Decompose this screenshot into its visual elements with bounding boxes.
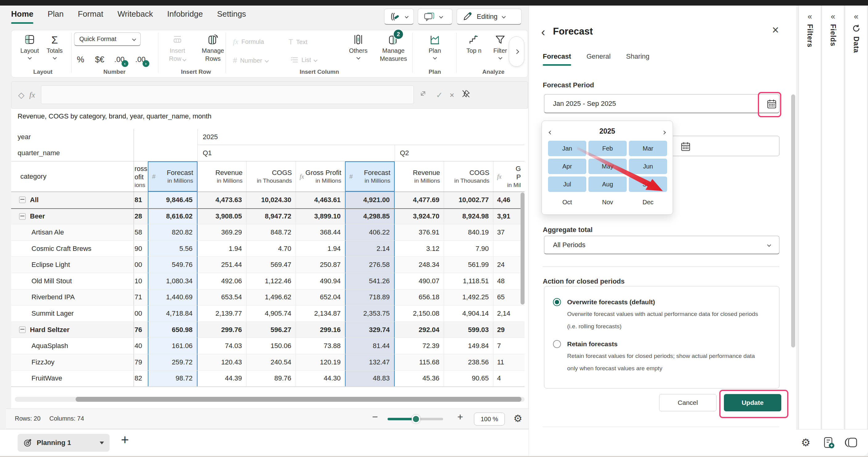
cell[interactable]: 1,496.62	[246, 290, 296, 305]
sheet-tab-planning-1[interactable]: Planning 1	[18, 434, 110, 452]
month-cell-jul[interactable]: Jul	[548, 177, 586, 192]
cell[interactable]: 28	[134, 209, 148, 224]
month-cell-jan[interactable]: Jan	[548, 141, 586, 156]
grid-settings-gear-icon[interactable]: ⚙	[514, 413, 522, 424]
radio-button[interactable]	[553, 298, 561, 306]
panel-tab-sharing[interactable]: Sharing	[626, 53, 650, 60]
cell[interactable]: 3.12	[395, 241, 444, 257]
cell[interactable]: 73.88	[296, 338, 345, 354]
panel-tab-forecast[interactable]: Forecast	[543, 53, 571, 60]
month-cell-mar[interactable]: Mar	[629, 141, 667, 156]
menu-tab-writeback[interactable]: Writeback	[118, 9, 153, 19]
quick-format-dropdown[interactable]: Quick Format	[74, 32, 141, 46]
cell[interactable]: 11	[493, 354, 525, 370]
cell[interactable]: 248.34	[395, 257, 444, 273]
cell[interactable]	[493, 241, 525, 257]
cell[interactable]: 299.16	[296, 322, 345, 338]
row-label[interactable]: Hard Seltzer	[11, 322, 134, 338]
cell[interactable]: 376.91	[395, 224, 444, 240]
row-label[interactable]: Cosmic Craft Brews	[11, 241, 134, 257]
cell[interactable]: 120.19	[296, 354, 345, 370]
formula-input[interactable]	[41, 86, 414, 104]
menu-tab-plan[interactable]: Plan	[48, 9, 64, 19]
cell[interactable]: 656.18	[395, 290, 444, 305]
cell[interactable]: 490.07	[395, 273, 444, 289]
cell[interactable]: 132.47	[345, 354, 395, 370]
cell[interactable]: 58	[134, 224, 148, 240]
cell[interactable]: 4,904.14	[444, 305, 493, 322]
cell[interactable]: 72.39	[395, 338, 444, 354]
decrease-decimal-button[interactable]: .00‹	[111, 53, 128, 67]
cancel-button[interactable]: Cancel	[659, 394, 716, 411]
cell[interactable]: 840.19	[444, 224, 493, 240]
cell[interactable]: 82	[134, 371, 148, 387]
cell[interactable]: 76	[134, 322, 148, 338]
vertical-scrollbar-thumb[interactable]	[521, 192, 525, 305]
cell[interactable]: 1,440.69	[148, 290, 197, 305]
cell[interactable]: 98.72	[148, 371, 197, 387]
month-cell-aug[interactable]: Aug	[588, 177, 627, 192]
quarter-axis-label[interactable]: quarter_name	[18, 145, 60, 161]
menu-tab-infobridge[interactable]: Infobridge	[167, 9, 203, 19]
zoom-percentage[interactable]: 100 %	[474, 413, 505, 426]
cell[interactable]: 9,846.45	[148, 192, 197, 208]
cell[interactable]: 406.22	[345, 224, 395, 240]
cell[interactable]: 1,122.46	[246, 273, 296, 289]
cell[interactable]: 3,924.70	[395, 209, 444, 224]
cell[interactable]: 65	[493, 290, 525, 305]
cell[interactable]: 3,899.10	[296, 209, 345, 224]
cell[interactable]: 74.03	[197, 338, 246, 354]
filter-button[interactable]: Filter	[489, 33, 511, 59]
cell[interactable]: 00	[134, 305, 148, 322]
top-n-button[interactable]: Top n	[463, 33, 485, 55]
cell[interactable]: 8,616.02	[148, 209, 197, 224]
cell[interactable]: 250.87	[296, 257, 345, 273]
cell[interactable]: 369.29	[197, 224, 246, 240]
side-tab-filters[interactable]: «Filters	[799, 5, 821, 429]
column-header-clipped-left[interactable]: rossofitions	[134, 161, 148, 192]
cell[interactable]: 2.14	[345, 241, 395, 257]
row-label[interactable]: FizzJoy	[11, 354, 134, 370]
cell[interactable]: 7	[493, 338, 525, 354]
aggregate-total-select[interactable]: All Periods	[544, 236, 779, 254]
cell[interactable]: 2,14	[493, 305, 525, 322]
cell[interactable]: 48	[493, 273, 525, 289]
cell[interactable]: 820.82	[148, 224, 197, 240]
row-label[interactable]: Old Mill Stout	[11, 273, 134, 289]
quarter-header-q2[interactable]: Q2	[395, 145, 525, 161]
layout-button[interactable]: Layout	[17, 33, 43, 59]
cell[interactable]: 3,91	[493, 209, 525, 224]
month-cell-oct[interactable]: Oct	[548, 194, 586, 210]
month-cell-sep[interactable]: Sep	[629, 177, 667, 192]
cell[interactable]: 4,473.63	[197, 192, 246, 208]
side-tab-data[interactable]: «Data	[845, 5, 867, 429]
cell[interactable]: 90.65	[444, 371, 493, 387]
column-header-forecast[interactable]: #Forecastin Millions	[148, 161, 197, 192]
horizontal-scrollbar[interactable]	[15, 397, 525, 402]
cell[interactable]: 1.94	[296, 241, 345, 257]
row-label[interactable]: FruitWave	[11, 371, 134, 387]
quarter-header-q1[interactable]: Q1	[197, 145, 395, 161]
row-label[interactable]: Beer	[11, 209, 134, 224]
cell[interactable]: 120.43	[197, 354, 246, 370]
add-sheet-button[interactable]: +	[121, 432, 129, 448]
cell[interactable]: 599.03	[444, 322, 493, 338]
cell[interactable]: 848.72	[246, 224, 296, 240]
cell[interactable]: 490.94	[296, 273, 345, 289]
calendar-icon[interactable]	[681, 142, 690, 151]
unpin-icon[interactable]	[461, 89, 471, 98]
cell[interactable]: 276.58	[345, 257, 395, 273]
cell[interactable]: 1,080.34	[148, 273, 197, 289]
column-header-clipped-right[interactable]: fxGPin Mil	[493, 161, 525, 192]
cell[interactable]: 1.94	[197, 241, 246, 257]
cell[interactable]: 4,477.69	[395, 192, 444, 208]
column-header-category[interactable]: category	[11, 161, 134, 192]
column-header-cogs[interactable]: COGSin Thousands	[246, 161, 296, 192]
menu-tab-settings[interactable]: Settings	[217, 9, 246, 19]
zoom-slider[interactable]	[388, 418, 443, 420]
month-cell-nov[interactable]: Nov	[588, 194, 627, 210]
settings-gear-icon[interactable]: ⚙	[801, 436, 810, 449]
cell[interactable]: 10,002.77	[444, 192, 493, 208]
cell[interactable]: 569.47	[246, 257, 296, 273]
cell[interactable]: 3,908.05	[197, 209, 246, 224]
